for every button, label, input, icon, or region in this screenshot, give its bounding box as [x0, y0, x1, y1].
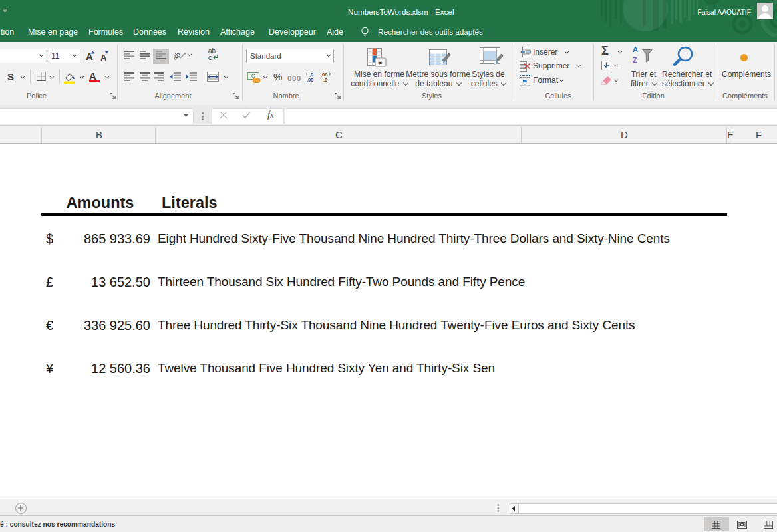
svg-text:≠: ≠	[378, 59, 382, 66]
svg-text:c: c	[208, 54, 212, 61]
svg-text:ab: ab	[174, 50, 182, 61]
svg-text:,00: ,00	[307, 77, 313, 82]
svg-text:,0: ,0	[323, 77, 327, 82]
